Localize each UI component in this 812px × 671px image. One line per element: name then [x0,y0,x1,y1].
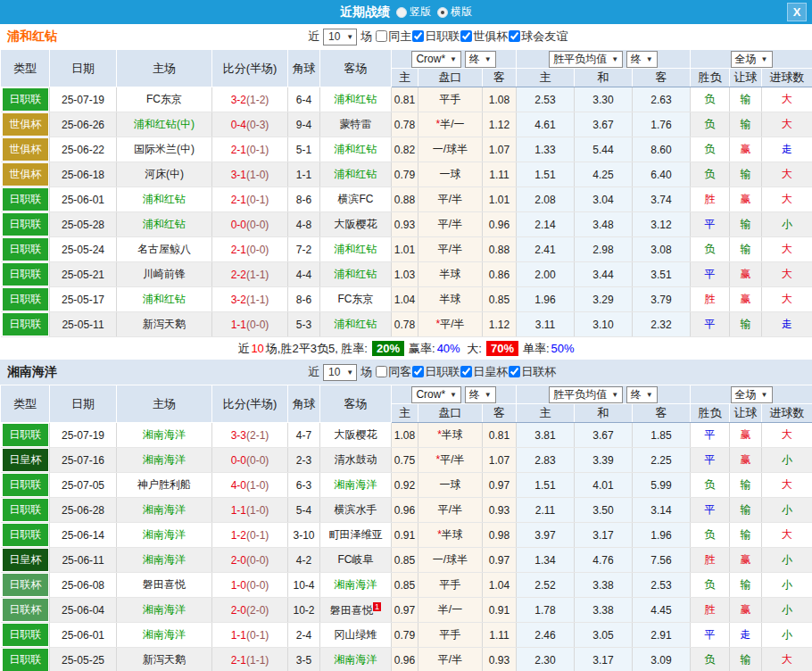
handicap-line: 平/半 [418,498,483,523]
avg-type-select[interactable]: 胜平负均值▼ [549,386,623,403]
result-handicap: 输 [730,162,762,187]
checkbox-input[interactable] [460,30,472,42]
score-cell: 2-1(0-1) [212,137,288,162]
league-badge: 日职联 [3,313,49,336]
filter-checkbox[interactable]: 同客 [376,364,411,380]
radio-horizontal-layout[interactable]: 横版 [437,4,472,20]
avg-odds-draw: 3.10 [575,312,633,337]
score-cell: 2-1(0-0) [212,237,288,262]
odds-company-select[interactable]: Crow*▼ [411,386,461,403]
away-team: 磐田喜悦1 [320,598,392,623]
checkbox-input[interactable] [509,366,520,377]
filter-checkbox[interactable]: 日职联 [412,29,460,45]
avg-final-select[interactable]: 终▼ [626,51,658,68]
corner-score: 1-1 [288,162,320,187]
handicap-line: 半/一 [418,598,483,623]
avg-odds-draw: 3.17 [575,523,633,548]
filter-bar: 近 10▼ 场 同客日职联日皇杯日联杯 [308,364,557,381]
avg-odds-draw: 4.25 [575,162,633,187]
checkbox-input[interactable] [376,366,387,377]
avg-odds-home: 2.83 [517,448,575,473]
odds-company-select[interactable]: Crow*▼ [411,51,461,68]
result-wdl: 负 [691,523,730,548]
checkbox-input[interactable] [460,366,472,377]
league-cell: 日皇杯 [1,448,50,473]
section-shonan: 湘南海洋 近 10▼ 场 同客日职联日皇杯日联杯 类型 日期 主场 比分(半场)… [0,360,812,671]
scope-select[interactable]: 全场▼ [731,386,773,403]
home-team: 湘南海洋 [117,498,212,523]
chevron-down-icon: ▼ [346,33,353,41]
away-team: 浦和红钻 [320,162,392,187]
league-cell: 世俱杯 [1,162,50,187]
match-count-select[interactable]: 10▼ [323,29,357,46]
handicap-line: 平/半 [418,648,483,671]
chevron-down-icon: ▼ [761,55,768,63]
handicap-odds-home: 1.03 [392,262,418,287]
checkbox-input[interactable] [376,30,387,42]
filter-checkbox[interactable]: 日皇杯 [460,364,508,380]
avg-final-select[interactable]: 终▼ [626,386,658,403]
result-goals: 小 [762,598,812,623]
col-odds-away: 客 [483,404,517,423]
result-handicap: 输 [730,87,762,112]
result-wdl: 胜 [691,187,730,212]
result-goals: 走 [762,312,812,337]
match-date: 25-07-05 [50,473,117,498]
avg-odds-away: 2.53 [633,573,691,598]
checkbox-input[interactable] [412,366,424,377]
match-date: 25-06-01 [50,187,117,212]
away-team: 浦和红钻 [320,137,392,162]
result-wdl: 平 [691,448,730,473]
league-cell: 日职联 [1,312,50,337]
close-button[interactable]: X [787,3,807,21]
rank-badge: 1 [373,602,381,611]
corner-score: 4-7 [288,423,320,448]
checkbox-input[interactable] [509,30,520,42]
odds-final-select[interactable]: 终▼ [465,51,496,68]
filter-checkbox[interactable]: 球会友谊 [509,29,568,45]
result-wdl: 平 [691,498,730,523]
handicap-odds-away: 1.07 [483,137,517,162]
handicap-line: *半/一 [418,112,483,137]
team-name: 浦和红钻 [7,29,57,45]
league-badge: 世俱杯 [3,138,49,161]
avg-odds-draw: 5.44 [575,137,633,162]
match-date: 25-06-11 [50,548,117,573]
scope-select[interactable]: 全场▼ [731,51,773,68]
filter-checkbox[interactable]: 日职联 [412,364,460,380]
score-cell: 0-0(0-0) [212,448,288,473]
filter-checkbox[interactable]: 世俱杯 [460,29,508,45]
col-corner: 角球 [288,385,320,423]
handicap-line: *平/半 [418,448,483,473]
radio-horizontal-label: 横版 [451,4,472,20]
avg-odds-draw: 3.30 [575,87,633,112]
league-badge: 世俱杯 [3,163,49,186]
away-team: 冈山绿雉 [320,623,392,648]
avg-type-select[interactable]: 胜平负均值▼ [549,51,623,68]
section-header: 浦和红钻 近 10▼ 场 同主日职联世俱杯球会友谊 [0,24,812,49]
result-goals: 大 [762,162,812,187]
result-handicap: 赢 [730,187,762,212]
avg-odds-home: 1.51 [517,473,575,498]
filter-checkbox[interactable]: 日联杯 [509,364,556,380]
result-goals: 大 [762,648,812,671]
result-handicap: 赢 [730,448,762,473]
radio-vertical-layout[interactable]: 竖版 [396,4,431,20]
filter-checkbox[interactable]: 同主 [376,29,411,45]
home-team: 湘南海洋 [117,423,212,448]
match-date: 25-06-18 [50,162,117,187]
away-team: 清水鼓动 [320,448,392,473]
checkbox-input[interactable] [412,30,424,42]
odds-final-select[interactable]: 终▼ [465,386,496,403]
handicap-odds-away: 0.86 [483,262,517,287]
win-rate-badge: 20% [372,341,404,356]
match-count-select[interactable]: 10▼ [323,364,357,381]
handicap-odds-home: 0.78 [392,112,418,137]
handicap-line: 半球 [418,287,483,312]
handicap-odds-home: 0.92 [392,473,418,498]
match-date: 25-05-17 [50,287,117,312]
avg-odds-away: 6.40 [633,162,691,187]
avg-odds-home: 2.30 [517,648,575,671]
matches-table: 类型 日期 主场 比分(半场) 角球 客场 Crow*▼ 终▼ 胜平负均值▼ 终… [0,385,812,671]
match-row: 日职联 25-06-14 湘南海洋 1-2(0-1) 3-10 町田泽维亚 0.… [1,523,812,548]
